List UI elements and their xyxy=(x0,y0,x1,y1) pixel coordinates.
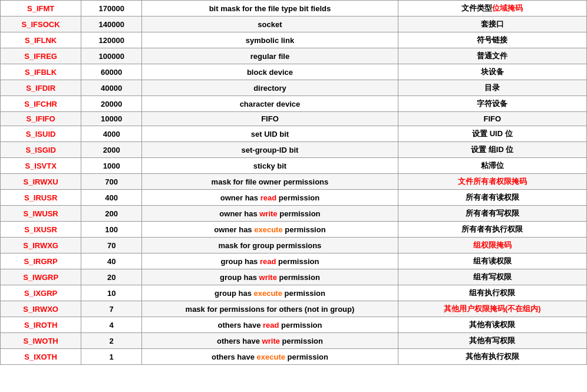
table-row: S_IFREG100000regular file普通文件 xyxy=(1,48,587,64)
symbol-value: 10 xyxy=(81,285,142,301)
symbol-name: S_IFIFO xyxy=(1,112,81,126)
symbol-value: 400 xyxy=(81,190,142,206)
table-row: S_IRWXO7mask for permissions for others … xyxy=(1,301,587,317)
symbol-value: 70 xyxy=(81,238,142,253)
symbol-chinese: 普通文件 xyxy=(398,48,586,64)
table-row: S_IRWXG70mask for group permissions组权限掩码 xyxy=(1,238,587,253)
symbol-chinese: 目录 xyxy=(398,80,586,96)
symbol-chinese: 组有执行权限 xyxy=(398,285,586,301)
symbol-value: 1 xyxy=(81,349,142,365)
table-row: S_IXGRP10group has execute permission组有执… xyxy=(1,285,587,301)
symbol-description: mask for file owner permissions xyxy=(142,174,398,190)
symbol-value: 140000 xyxy=(81,17,142,32)
symbol-name: S_IFSOCK xyxy=(1,17,81,32)
table-row: S_IFDIR40000directory目录 xyxy=(1,80,587,96)
symbol-description: mask for group permissions xyxy=(142,238,398,253)
symbol-value: 40 xyxy=(81,253,142,269)
symbol-name: S_ISUID xyxy=(1,126,81,142)
symbol-chinese: 粘滞位 xyxy=(398,158,586,174)
symbol-value: 20000 xyxy=(81,96,142,112)
table-row: S_ISGID2000set-group-ID bit设置 组ID 位 xyxy=(1,142,587,158)
symbol-name: S_IRWXG xyxy=(1,238,81,253)
table-row: S_ISVTX1000sticky bit粘滞位 xyxy=(1,158,587,174)
symbol-description: owner has read permission xyxy=(142,190,398,206)
table-row: S_IXUSR100owner has execute permission所有… xyxy=(1,222,587,238)
table-row: S_ISUID4000set UID bit设置 UID 位 xyxy=(1,126,587,142)
table-row: S_IRUSR400owner has read permission所有者有读… xyxy=(1,190,587,206)
table-row: S_IFMT170000bit mask for the file type b… xyxy=(1,1,587,17)
symbol-value: 1000 xyxy=(81,158,142,174)
symbol-description: character device xyxy=(142,96,398,112)
symbol-chinese: 设置 UID 位 xyxy=(398,126,586,142)
symbol-name: S_IFCHR xyxy=(1,96,81,112)
symbol-chinese: 字符设备 xyxy=(398,96,586,112)
symbol-description: directory xyxy=(142,80,398,96)
table-row: S_IFLNK120000symbolic link符号链接 xyxy=(1,32,587,48)
table-row: S_IRGRP40group has read permission组有读权限 xyxy=(1,253,587,269)
symbol-value: 120000 xyxy=(81,32,142,48)
symbol-name: S_IRUSR xyxy=(1,190,81,206)
symbol-description: group has execute permission xyxy=(142,285,398,301)
symbol-value: 2 xyxy=(81,333,142,349)
symbol-value: 60000 xyxy=(81,64,142,80)
symbol-description: socket xyxy=(142,17,398,32)
table-row: S_IWUSR200owner has write permission所有者有… xyxy=(1,206,587,222)
symbol-chinese: FIFO xyxy=(398,112,586,126)
table-row: S_IFBLK60000block device块设备 xyxy=(1,64,587,80)
symbol-description: others have write permission xyxy=(142,333,398,349)
permissions-table: S_IFMT170000bit mask for the file type b… xyxy=(0,0,587,365)
symbol-chinese: 所有者有执行权限 xyxy=(398,222,586,238)
symbol-value: 2000 xyxy=(81,142,142,158)
symbol-chinese: 其他有写权限 xyxy=(398,333,586,349)
symbol-chinese: 符号链接 xyxy=(398,32,586,48)
symbol-description: others have read permission xyxy=(142,317,398,333)
symbol-value: 4000 xyxy=(81,126,142,142)
symbol-value: 700 xyxy=(81,174,142,190)
table-row: S_IWGRP20group has write permission组有写权限 xyxy=(1,269,587,285)
symbol-name: S_IXOTH xyxy=(1,349,81,365)
symbol-value: 200 xyxy=(81,206,142,222)
symbol-chinese: 块设备 xyxy=(398,64,586,80)
symbol-name: S_IFREG xyxy=(1,48,81,64)
symbol-chinese: 其他有读权限 xyxy=(398,317,586,333)
symbol-value: 100000 xyxy=(81,48,142,64)
symbol-description: group has write permission xyxy=(142,269,398,285)
table-row: S_IRWXU700mask for file owner permission… xyxy=(1,174,587,190)
symbol-value: 20 xyxy=(81,269,142,285)
symbol-name: S_IWOTH xyxy=(1,333,81,349)
symbol-chinese: 套接口 xyxy=(398,17,586,32)
symbol-name: S_IRGRP xyxy=(1,253,81,269)
symbol-name: S_IXUSR xyxy=(1,222,81,238)
symbol-chinese: 设置 组ID 位 xyxy=(398,142,586,158)
symbol-description: regular file xyxy=(142,48,398,64)
symbol-chinese: 所有者有写权限 xyxy=(398,206,586,222)
symbol-chinese: 文件所有者权限掩码 xyxy=(398,174,586,190)
symbol-name: S_IFLNK xyxy=(1,32,81,48)
symbol-chinese: 文件类型位域掩码 xyxy=(398,1,586,17)
symbol-description: mask for permissions for others (not in … xyxy=(142,301,398,317)
symbol-description: group has read permission xyxy=(142,253,398,269)
symbol-chinese: 所有者有读权限 xyxy=(398,190,586,206)
symbol-name: S_IXGRP xyxy=(1,285,81,301)
symbol-name: S_ISVTX xyxy=(1,158,81,174)
table-row: S_IFCHR20000character device字符设备 xyxy=(1,96,587,112)
symbol-value: 10000 xyxy=(81,112,142,126)
symbol-description: set UID bit xyxy=(142,126,398,142)
table-row: S_IXOTH1others have execute permission其他… xyxy=(1,349,587,365)
table-row: S_IFSOCK140000socket套接口 xyxy=(1,17,587,32)
symbol-description: block device xyxy=(142,64,398,80)
symbol-chinese: 其他用户权限掩码(不在组内) xyxy=(398,301,586,317)
symbol-name: S_IRWXU xyxy=(1,174,81,190)
symbol-name: S_ISGID xyxy=(1,142,81,158)
symbol-value: 170000 xyxy=(81,1,142,17)
symbol-chinese: 组有读权限 xyxy=(398,253,586,269)
symbol-name: S_IWGRP xyxy=(1,269,81,285)
symbol-name: S_IROTH xyxy=(1,317,81,333)
symbol-value: 4 xyxy=(81,317,142,333)
symbol-description: symbolic link xyxy=(142,32,398,48)
symbol-name: S_IFBLK xyxy=(1,64,81,80)
symbol-chinese: 其他有执行权限 xyxy=(398,349,586,365)
table-row: S_IROTH4others have read permission其他有读权… xyxy=(1,317,587,333)
symbol-name: S_IFMT xyxy=(1,1,81,17)
symbol-description: others have execute permission xyxy=(142,349,398,365)
